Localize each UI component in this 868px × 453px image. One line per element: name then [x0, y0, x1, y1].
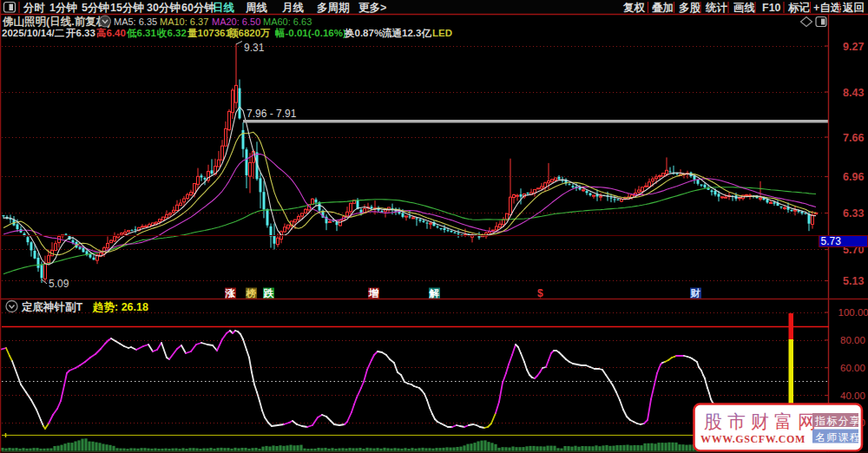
svg-text:7.66: 7.66 — [843, 132, 864, 144]
svg-text:15分钟: 15分钟 — [110, 2, 144, 14]
svg-text:标记: 标记 — [787, 1, 811, 14]
svg-text:60.00: 60.00 — [840, 363, 865, 373]
svg-text:MA60: 6.63: MA60: 6.63 — [263, 16, 312, 27]
svg-text:100.00: 100.00 — [838, 307, 868, 318]
svg-text:周线: 周线 — [245, 2, 268, 14]
svg-text:画线: 画线 — [733, 2, 756, 14]
svg-text:复权: 复权 — [622, 2, 646, 14]
svg-text:幅-0.01(-0.16%): 幅-0.01(-0.16%) — [274, 28, 346, 38]
svg-text:80.00: 80.00 — [840, 335, 865, 345]
svg-text:1分钟: 1分钟 — [49, 2, 77, 14]
svg-text:5.09: 5.09 — [49, 278, 69, 290]
svg-text:多周期: 多周期 — [317, 2, 350, 14]
svg-text:量107361: 量107361 — [187, 28, 231, 38]
svg-text:9.27: 9.27 — [843, 41, 864, 53]
svg-text:统计: 统计 — [705, 1, 728, 14]
svg-text:额6820万: 额6820万 — [227, 27, 271, 39]
svg-text:多股: 多股 — [679, 2, 702, 14]
svg-text:换0.87%: 换0.87% — [344, 28, 383, 38]
svg-text:日线: 日线 — [213, 2, 235, 14]
svg-text:8.43: 8.43 — [843, 87, 864, 99]
svg-text:指标分享: 指标分享 — [814, 415, 861, 427]
svg-text:定底神针副T: 定底神针副T — [21, 301, 83, 313]
svg-text:财: 财 — [690, 288, 701, 299]
svg-text:低6.31: 低6.31 — [126, 28, 156, 38]
svg-text:返回: 返回 — [842, 2, 865, 14]
svg-text:月线: 月线 — [281, 2, 305, 14]
svg-text:40.00: 40.00 — [840, 391, 865, 401]
svg-text:F10: F10 — [762, 2, 781, 14]
svg-text:7.96 - 7.91: 7.96 - 7.91 — [247, 108, 297, 120]
svg-text:+自选: +自选 — [813, 2, 842, 14]
svg-text:5.13: 5.13 — [843, 275, 864, 287]
svg-text:更多>: 更多> — [358, 2, 386, 14]
svg-text:名师课程: 名师课程 — [815, 431, 861, 443]
svg-text:跌: 跌 — [263, 288, 274, 299]
svg-text:6.33: 6.33 — [843, 207, 864, 220]
svg-text:WWW.GSCFW.COM: WWW.GSCFW.COM — [700, 433, 806, 445]
svg-text:涨: 涨 — [225, 288, 236, 299]
svg-text:佛山照明(日线.前复权): 佛山照明(日线.前复权) — [2, 16, 110, 28]
svg-text:5分钟: 5分钟 — [82, 2, 109, 14]
svg-text:9.31: 9.31 — [244, 42, 265, 54]
svg-text:MA10: 6.37: MA10: 6.37 — [160, 16, 208, 27]
svg-text:收6.32: 收6.32 — [156, 28, 187, 38]
svg-text:流通12.3亿: 流通12.3亿 — [382, 27, 431, 38]
svg-text:6.96: 6.96 — [843, 171, 864, 183]
svg-text:趋势: 26.18: 趋势: 26.18 — [92, 301, 148, 313]
svg-text:MA5: 6.35: MA5: 6.35 — [114, 16, 157, 27]
svg-text:30分钟: 30分钟 — [147, 2, 181, 14]
svg-text:5.73: 5.73 — [821, 235, 842, 247]
svg-text:开6.33: 开6.33 — [65, 28, 95, 38]
svg-text:股市财富网: 股市财富网 — [704, 411, 821, 431]
svg-text:分时: 分时 — [23, 2, 46, 14]
svg-text:榜: 榜 — [246, 288, 257, 299]
svg-text:LED: LED — [432, 28, 452, 38]
svg-text:解: 解 — [429, 288, 440, 299]
svg-text:$: $ — [537, 287, 543, 299]
svg-text:60分钟: 60分钟 — [181, 2, 215, 14]
svg-text:MA20: 6.50: MA20: 6.50 — [212, 16, 260, 27]
svg-text:高6.40: 高6.40 — [96, 28, 126, 38]
svg-text:2025/10/14/二: 2025/10/14/二 — [2, 28, 65, 38]
svg-text:叠加: 叠加 — [651, 2, 674, 14]
svg-text:增: 增 — [368, 288, 379, 299]
